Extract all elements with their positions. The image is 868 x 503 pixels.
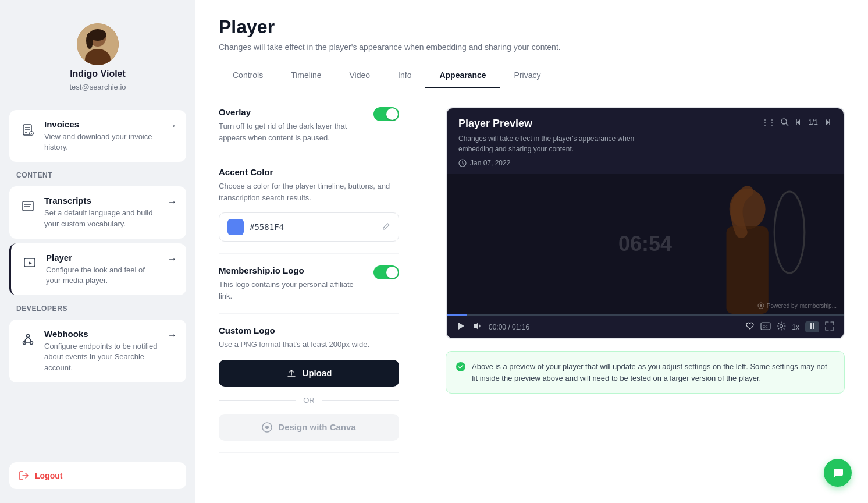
svg-rect-42 bbox=[810, 323, 812, 329]
page-title: Player bbox=[219, 16, 845, 38]
captions-button[interactable]: CC bbox=[760, 322, 771, 332]
play-button[interactable] bbox=[456, 321, 465, 332]
accent-color-desc: Choose a color for the player timeline, … bbox=[219, 180, 399, 203]
player-bottom-controls: 00:00 / 01:16 CC bbox=[447, 316, 844, 338]
tab-timeline[interactable]: Timeline bbox=[277, 63, 335, 88]
heart-button[interactable] bbox=[745, 321, 755, 332]
player-timer-display: 06:54 bbox=[618, 232, 672, 256]
accent-color-title: Accent Color bbox=[219, 167, 399, 177]
svg-rect-12 bbox=[23, 201, 33, 211]
player-time-display: 00:00 / 01:16 bbox=[489, 323, 738, 331]
overlay-toggle[interactable] bbox=[373, 107, 399, 121]
tab-controls[interactable]: Controls bbox=[219, 63, 277, 88]
page-header: Player Changes will take effect in the p… bbox=[195, 0, 868, 88]
membership-logo-setting: Membership.io Logo This logo contains yo… bbox=[219, 254, 399, 314]
accent-color-input[interactable]: #5581F4 bbox=[219, 212, 399, 242]
speed-display[interactable]: 1x bbox=[792, 323, 799, 331]
player-video-area: 06:54 Powered by membership... bbox=[447, 174, 844, 314]
custom-logo-setting: Custom Logo Use a PNG format that's at l… bbox=[219, 314, 399, 453]
overlay-title: Overlay bbox=[219, 107, 364, 117]
skip-forward-icon[interactable] bbox=[823, 118, 832, 127]
main-content: Player Changes will take effect in the p… bbox=[195, 0, 868, 503]
chat-icon bbox=[831, 466, 844, 479]
transcript-icon bbox=[19, 197, 37, 215]
membership-logo-toggle[interactable] bbox=[373, 265, 399, 279]
invoices-desc: View and download your invoice history. bbox=[44, 132, 161, 153]
canva-label: Design with Canva bbox=[278, 422, 355, 432]
player-top-controls: ⋮⋮ 1/1 bbox=[762, 118, 832, 127]
sidebar-item-player[interactable]: Player Configure the look and feel of yo… bbox=[9, 243, 186, 295]
svg-marker-38 bbox=[474, 323, 478, 330]
page-subtitle: Changes will take effect in the player's… bbox=[219, 42, 845, 52]
tab-video[interactable]: Video bbox=[336, 63, 385, 88]
svg-marker-16 bbox=[29, 261, 32, 265]
search-icon[interactable] bbox=[780, 118, 789, 127]
fullscreen-button[interactable] bbox=[825, 321, 834, 332]
tabs-nav: Controls Timeline Video Info Appearance … bbox=[219, 63, 845, 88]
custom-logo-title: Custom Logo bbox=[219, 325, 399, 335]
svg-point-17 bbox=[27, 335, 30, 338]
skip-back-icon[interactable] bbox=[794, 118, 803, 127]
logout-button[interactable]: Logout bbox=[9, 462, 186, 489]
content-section-label: Content bbox=[9, 167, 186, 182]
webhooks-arrow: → bbox=[168, 330, 177, 341]
player-preview-title: Player Preview bbox=[458, 118, 656, 130]
username: Indigo Violet bbox=[70, 69, 126, 79]
webhooks-desc: Configure endpoints to be notified about… bbox=[44, 341, 161, 373]
svg-text:CC: CC bbox=[763, 325, 768, 328]
player-progress-bar[interactable] bbox=[447, 314, 844, 316]
player-preview-subtitle: Changes will take effect in the player's… bbox=[458, 133, 656, 154]
player-title: Player bbox=[46, 253, 161, 263]
player-progress-fill bbox=[447, 314, 467, 316]
overlay-setting: Overlay Turn off to get rid of the dark … bbox=[219, 107, 399, 155]
tab-privacy[interactable]: Privacy bbox=[500, 63, 555, 88]
settings-panel: Overlay Turn off to get rid of the dark … bbox=[195, 88, 422, 503]
webhook-icon bbox=[19, 330, 37, 349]
main-body: Overlay Turn off to get rid of the dark … bbox=[195, 88, 868, 503]
svg-point-4 bbox=[86, 33, 93, 49]
sidebar-item-webhooks[interactable]: Webhooks Configure endpoints to be notif… bbox=[9, 320, 186, 382]
info-banner: Above is a preview of your player that w… bbox=[446, 351, 845, 394]
canva-button[interactable]: Design with Canva bbox=[219, 414, 399, 441]
counter-display: 1/1 bbox=[808, 118, 818, 126]
pause-button[interactable] bbox=[805, 321, 819, 332]
tab-info[interactable]: Info bbox=[384, 63, 425, 88]
svg-marker-37 bbox=[458, 323, 464, 330]
volume-button[interactable] bbox=[472, 321, 482, 332]
settings-button[interactable] bbox=[777, 321, 786, 332]
overlay-toggle-thumb bbox=[386, 108, 398, 120]
invoices-arrow: → bbox=[168, 121, 177, 131]
profile-section: Indigo Violet test@searchie.io bbox=[9, 14, 186, 105]
invoices-title: Invoices bbox=[44, 119, 161, 129]
svg-line-25 bbox=[786, 123, 788, 126]
preview-panel: Player Preview Changes will take effect … bbox=[422, 88, 868, 503]
sidebar-item-invoices[interactable]: Invoices View and download your invoice … bbox=[9, 110, 186, 162]
membership-logo-desc: This logo contains your personal affilia… bbox=[219, 279, 364, 302]
chat-fab-button[interactable] bbox=[824, 459, 852, 487]
avatar bbox=[77, 23, 119, 65]
tab-appearance[interactable]: Appearance bbox=[425, 63, 500, 88]
sidebar: Indigo Violet test@searchie.io Invoices … bbox=[0, 0, 195, 503]
player-arrow: → bbox=[168, 254, 177, 264]
svg-point-36 bbox=[760, 304, 762, 307]
powered-by: Powered by membership... bbox=[757, 302, 837, 309]
svg-point-22 bbox=[265, 426, 269, 429]
svg-rect-33 bbox=[727, 226, 769, 314]
canva-icon bbox=[262, 422, 272, 433]
edit-color-icon[interactable] bbox=[382, 222, 390, 232]
avatar-image bbox=[77, 23, 119, 65]
svg-point-24 bbox=[781, 119, 787, 124]
color-value: #5581F4 bbox=[250, 222, 376, 232]
membership-logo-thumb bbox=[386, 267, 398, 278]
sidebar-item-transcripts[interactable]: Transcripts Set a default language and b… bbox=[9, 186, 186, 238]
player-desc: Configure the look and feel of your medi… bbox=[46, 265, 161, 286]
webhooks-title: Webhooks bbox=[44, 329, 161, 339]
upload-button[interactable]: Upload bbox=[219, 360, 399, 387]
svg-marker-26 bbox=[796, 119, 800, 125]
accent-color-setting: Accent Color Choose a color for the play… bbox=[219, 155, 399, 254]
transcripts-desc: Set a default language and build your cu… bbox=[44, 208, 161, 229]
membership-logo-title: Membership.io Logo bbox=[219, 265, 364, 275]
logout-label: Logout bbox=[35, 471, 62, 480]
upload-icon bbox=[286, 368, 297, 378]
or-divider: OR bbox=[219, 396, 399, 405]
